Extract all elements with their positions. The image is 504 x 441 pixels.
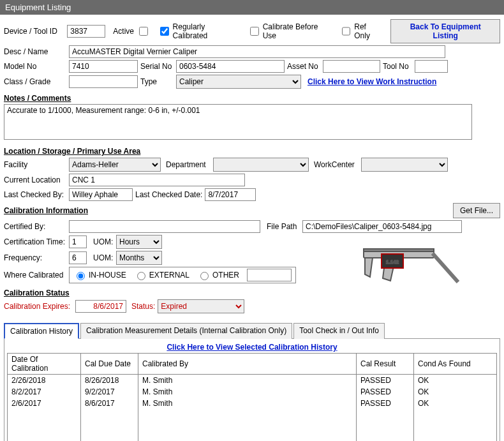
tab-check-in-out[interactable]: Tool Check in / Out Info [293, 323, 385, 339]
label-certification-time: Certification Time: [4, 237, 66, 246]
tab-calibration-history[interactable]: Calibration History [4, 323, 79, 339]
model-no-input[interactable] [69, 60, 138, 73]
label-facility: Facility [4, 160, 66, 169]
label-certified-by: Certified By: [4, 222, 66, 231]
label-where-calibrated: Where Calibrated [4, 271, 66, 280]
table-row[interactable]: 2/26/20188/26/2018M. SmithPASSEDOK [8, 375, 497, 387]
col-by: Calibrated By [138, 354, 357, 375]
label-current-location: Current Location [4, 176, 66, 184]
equipment-image: 1.142 [351, 236, 466, 319]
svg-line-6 [433, 253, 458, 282]
section-location: Location / Storage / Primary Use Area [4, 147, 500, 156]
current-location-input[interactable] [69, 174, 245, 186]
label-asset-no: Asset No [287, 62, 320, 71]
calibration-history-table[interactable]: Date Of Calibration Cal Due Date Calibra… [7, 353, 497, 441]
frequency-input[interactable] [69, 251, 87, 264]
freq-uom-select[interactable]: Months [116, 251, 162, 265]
desc-name-input[interactable] [69, 45, 445, 58]
label-workcenter: WorkCenter [314, 160, 359, 169]
section-notes-comments: Notes / Comments [4, 94, 500, 103]
col-date: Date Of Calibration [8, 354, 81, 375]
label-calibration-expires: Calibration Expires: [4, 302, 73, 311]
label-model-no: Model No [4, 62, 66, 71]
where-inhouse-radio[interactable]: IN-HOUSE [73, 270, 126, 280]
tab-measurement-details[interactable]: Calibration Measurement Details (Interna… [80, 323, 292, 339]
label-frequency: Frequency: [4, 253, 66, 262]
label-freq-uom: UOM: [93, 253, 114, 262]
label-ref-only: Ref Only [354, 22, 383, 40]
device-tool-id-input[interactable] [67, 25, 105, 38]
col-result: Cal Result [357, 354, 414, 375]
label-type: Type [140, 77, 174, 86]
where-other-radio[interactable]: OTHER [197, 270, 239, 280]
label-file-path: File Path [267, 222, 300, 231]
label-last-checked-date: Last Checked Date: [135, 190, 202, 199]
label-tool-no: Tool No [383, 62, 412, 71]
cert-uom-select[interactable]: Hours [116, 235, 162, 249]
window-titlebar: Equipment Listing [0, 0, 504, 15]
label-status: Status: [131, 302, 155, 311]
asset-no-input[interactable] [323, 60, 380, 73]
label-device-tool-id: Device / Tool ID [4, 27, 64, 36]
active-checkbox[interactable] [139, 27, 148, 36]
calibration-expires-input[interactable] [75, 300, 126, 313]
col-cond: Cond As Found [414, 354, 497, 375]
label-serial-no: Serial No [140, 62, 174, 71]
label-class-grade: Class / Grade [4, 77, 66, 86]
ref-only-checkbox[interactable] [342, 27, 351, 36]
table-row[interactable]: 8/2/20179/2/2017M. SmithPASSEDOK [8, 386, 497, 398]
tool-no-input[interactable] [415, 60, 448, 73]
class-grade-input[interactable] [69, 75, 138, 88]
where-other-input[interactable] [247, 269, 292, 281]
last-checked-by-input[interactable] [69, 188, 133, 201]
section-calibration-info: Calibration Information [4, 206, 88, 215]
regularly-calibrated-checkbox[interactable] [160, 27, 169, 36]
label-regularly-calibrated: Regularly Calibrated [173, 22, 241, 40]
label-last-checked-by: Last Checked By: [4, 190, 66, 199]
file-path-input[interactable] [302, 220, 462, 233]
label-department: Department [166, 160, 211, 169]
label-desc-name: Desc / Name [4, 47, 66, 56]
view-work-instruction-link[interactable]: Click Here to View Work Instruction [308, 77, 436, 86]
svg-text:1.142: 1.142 [386, 259, 399, 265]
calibrate-before-use-checkbox[interactable] [250, 27, 259, 36]
get-file-button[interactable]: Get File... [453, 203, 500, 218]
where-external-radio[interactable]: EXTERNAL [134, 270, 189, 280]
workcenter-select[interactable] [361, 158, 448, 172]
certified-by-input[interactable] [69, 220, 260, 233]
type-select[interactable]: Caliper [176, 75, 301, 89]
view-selected-history-link[interactable]: Click Here to View Selected Calibration … [167, 343, 337, 352]
last-checked-date-input[interactable] [205, 188, 256, 201]
certification-time-input[interactable] [69, 235, 87, 248]
table-row[interactable]: 2/6/20178/6/2017M. SmithPASSEDOK [8, 398, 497, 409]
label-cert-uom: UOM: [93, 237, 114, 246]
facility-select[interactable]: Adams-Heller [69, 158, 161, 172]
col-due: Cal Due Date [81, 354, 138, 375]
label-calibrate-before-use: Calibrate Before Use [263, 22, 332, 40]
svg-marker-2 [365, 258, 373, 277]
serial-no-input[interactable] [176, 60, 285, 73]
status-select[interactable]: Expired [158, 299, 244, 313]
svg-rect-1 [364, 249, 434, 251]
notes-textarea[interactable]: Accurate to 1/1000, Measurement range: 0… [4, 104, 472, 140]
back-to-listing-button[interactable]: Back To Equipment Listing [390, 19, 500, 43]
label-active: Active [113, 27, 134, 36]
department-select[interactable] [213, 158, 309, 172]
